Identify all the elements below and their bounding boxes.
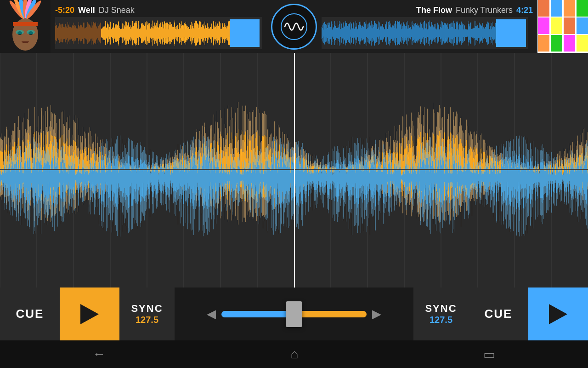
left-controls: CUE SYNC 127.5 [0,288,207,340]
back-button[interactable]: ← [93,347,106,362]
right-sync-label: SYNC [425,303,457,315]
album-art-right[interactable] [537,0,588,53]
left-cue-button[interactable]: CUE [0,288,60,340]
left-track-header: -5:20 Well DJ Sneak [55,4,266,17]
logo-icon [280,13,308,40]
left-sync-button[interactable]: SYNC 127.5 [119,288,175,340]
right-play-button[interactable] [528,288,588,340]
right-bpm-display: 127.5 [430,315,452,325]
right-controls: SYNC 127.5 CUE [381,288,588,340]
pitch-right-arrow[interactable]: ▶ [372,307,381,321]
playhead [294,53,295,288]
album-art-left[interactable] [0,0,51,53]
pitch-slider-area: ◀ ▶ [207,288,381,340]
right-cue-button[interactable]: CUE [469,288,528,340]
right-mini-waveform[interactable] [322,17,533,49]
center-logo[interactable] [271,4,317,50]
right-track-info: The Flow Funky Trunkers 4:21 [317,0,537,53]
left-track-info: -5:20 Well DJ Sneak [51,0,271,53]
left-play-button[interactable] [60,288,119,340]
waveform-area[interactable] [0,53,588,288]
right-track-title: The Flow [416,6,452,15]
left-track-artist: DJ Sneak [99,6,135,15]
recent-apps-button[interactable]: ▭ [483,347,495,362]
right-play-icon [549,304,567,324]
left-bpm-display: 127.5 [136,315,158,325]
right-time-display: 4:21 [516,6,533,15]
left-track-title: Well [78,6,95,15]
right-sync-button[interactable]: SYNC 127.5 [413,288,469,340]
pitch-slider-thumb[interactable] [286,301,302,327]
top-bar: -5:20 Well DJ Sneak The Flow Funky Trunk… [0,0,588,53]
left-sync-label: SYNC [131,303,163,315]
right-track-artist: Funky Trunkers [456,6,513,15]
left-play-icon [80,304,99,324]
left-mini-waveform[interactable] [55,17,266,49]
controls: CUE SYNC 127.5 ◀ ▶ SYNC 127.5 CUE [0,288,588,340]
bottom-nav: ← ⌂ ▭ [0,340,588,368]
left-time-display: -5:20 [55,6,74,15]
right-track-header: The Flow Funky Trunkers 4:21 [322,4,533,17]
pitch-left-arrow[interactable]: ◀ [207,307,216,321]
pitch-slider-track[interactable] [221,311,367,317]
home-button[interactable]: ⌂ [291,347,299,362]
